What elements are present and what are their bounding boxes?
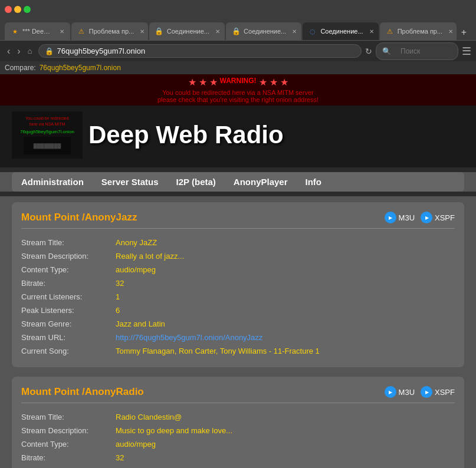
forward-button[interactable]: › (15, 45, 22, 58)
logo-image: ▓▓▓▓▓▓▓▓ (24, 137, 71, 154)
field-label: Current Listeners: (21, 292, 116, 301)
warning-detail: You could be redirected here via a NSA M… (5, 89, 471, 96)
mount-card-anony-radio: Mount Point /AnonyRadio M3U XSPF Stream … (12, 377, 464, 468)
field-label: Bitrate: (21, 453, 116, 462)
field-label: Stream Genre: (21, 319, 116, 328)
field-label: Stream Title: (21, 413, 116, 421)
star-icon-1: ★ (188, 77, 196, 88)
title-bar (0, 0, 476, 19)
anony-radio-stream-info: Stream Title: Radio Clandestin@ Stream D… (21, 410, 455, 468)
table-row: Bitrate: 32 (21, 451, 455, 464)
tab-1-label: *** Deep ... (22, 28, 54, 35)
tab-3-close[interactable]: ✕ (215, 28, 220, 35)
field-label: Stream Description: (21, 426, 116, 435)
home-button[interactable]: ⌂ (25, 45, 35, 57)
field-value: Tommy Flanagan, Ron Carter, Tony William… (116, 347, 320, 355)
anony-radio-xspf-link[interactable]: XSPF (421, 386, 455, 398)
back-button[interactable]: ‹ (5, 45, 12, 58)
anony-radio-m3u-label: M3U (399, 388, 415, 397)
tab-4[interactable]: 🔒 Соединение... ✕ (226, 22, 301, 40)
tab-6-label: Проблема пр... (398, 28, 442, 35)
tab-5-close[interactable]: ✕ (369, 28, 374, 35)
tab-2-close[interactable]: ✕ (140, 28, 145, 35)
star-icon-4: ★ (259, 77, 267, 88)
tab-4-close[interactable]: ✕ (292, 28, 297, 35)
sidebar-item-i2p-beta[interactable]: I2P (beta) (176, 177, 216, 187)
compare-link[interactable]: 76qugh5bey5gum7l.onion (40, 64, 121, 72)
tab-1-close[interactable]: ✕ (60, 28, 64, 35)
nav-inner: Administration Server Status I2P (beta) … (12, 172, 464, 192)
minimize-window-btn[interactable] (14, 6, 21, 13)
field-value: Really a lot of jazz... (116, 252, 184, 261)
table-row: Current Listeners: 1 (21, 464, 455, 468)
site-title: Deep Web Radio (83, 121, 284, 149)
mount-anony-jazz-links: M3U XSPF (385, 212, 455, 223)
sidebar-item-server-status[interactable]: Server Status (101, 177, 159, 187)
field-label: Content Type: (21, 265, 116, 274)
tab-5-label: Соединение... (320, 28, 363, 35)
table-row: Content Type: audio/mpeg (21, 437, 455, 451)
field-value: 32 (116, 279, 124, 288)
anony-radio-xspf-play-icon (421, 386, 432, 398)
warning-bar: ★ ★ ★ WARNING! ★ ★ ★ You could be redire… (0, 74, 476, 106)
field-value: audio/mpeg (116, 265, 156, 274)
new-tab-button[interactable]: + (457, 25, 471, 40)
anony-jazz-m3u-link[interactable]: M3U (385, 212, 415, 223)
tab-1[interactable]: ★ *** Deep ... ✕ (5, 22, 70, 40)
sidebar-item-administration[interactable]: Administration (21, 177, 84, 187)
warning-text: WARNING! (220, 77, 257, 88)
site-logo: You could be redirected here via NSA MIT… (12, 111, 83, 159)
close-window-btn[interactable] (5, 6, 12, 13)
tab-4-favicon: 🔒 (232, 27, 240, 35)
anony-jazz-xspf-play-icon (421, 212, 432, 223)
mount-anony-radio-title: Mount Point /AnonyRadio (21, 386, 144, 398)
header-banner: You could be redirected here via NSA MIT… (0, 106, 476, 167)
tab-6-favicon: ⚠ (386, 27, 394, 35)
logo-address: 76qugh5bey5gum7l.onion (20, 129, 74, 134)
field-value: audio/mpeg (116, 440, 156, 449)
anony-radio-m3u-link[interactable]: M3U (385, 386, 415, 398)
field-value: 1 (116, 292, 120, 301)
sidebar-item-info[interactable]: Info (306, 177, 322, 187)
table-row: Stream Description: Music to go deep and… (21, 424, 455, 437)
anony-jazz-stream-info: Stream Title: Anony JaZZ Stream Descript… (21, 236, 455, 358)
tab-6[interactable]: ⚠ Проблема пр... ✕ (380, 22, 457, 40)
field-label: Stream Title: (21, 238, 116, 247)
compare-label: Compare: (5, 64, 36, 72)
sidebar-item-anony-player[interactable]: AnonyPlayer (234, 177, 288, 187)
stream-url-link[interactable]: http://76qugh5bey5gum7l.onion/AnonyJazz (116, 333, 262, 342)
tab-2-label: Проблема пр... (89, 28, 134, 35)
field-label: Peak Listeners: (21, 306, 116, 315)
anony-jazz-m3u-label: M3U (399, 213, 415, 222)
search-input[interactable] (395, 45, 454, 58)
search-icon: 🔍 (382, 47, 391, 55)
tab-2[interactable]: ⚠ Проблема пр... ✕ (71, 22, 148, 40)
field-label: Content Type: (21, 440, 116, 449)
ssl-icon: 🔒 (45, 47, 54, 55)
field-value: 6 (116, 306, 120, 315)
table-row: Peak Listeners: 6 (21, 304, 455, 317)
star-icon-5: ★ (270, 77, 278, 88)
maximize-window-btn[interactable] (24, 6, 31, 13)
table-row: Current Listeners: 1 (21, 290, 455, 304)
table-row: Stream URL: http://76qugh5bey5gum7l.onio… (21, 331, 455, 344)
tab-1-favicon: ★ (11, 27, 19, 35)
table-row: Stream Description: Really a lot of jazz… (21, 249, 455, 263)
browser-menu-button[interactable]: ☰ (462, 45, 471, 58)
field-label: Stream URL: (21, 333, 116, 342)
page-content: Compare: 76qugh5bey5gum7l.onion ★ ★ ★ WA… (0, 61, 476, 468)
tab-6-close[interactable]: ✕ (448, 28, 453, 35)
reload-button[interactable]: ↻ (365, 47, 372, 56)
warning-check: please check that you're visiting the ri… (5, 96, 471, 103)
tab-5[interactable]: ◌ Соединение... ✕ (303, 22, 378, 40)
anony-jazz-xspf-link[interactable]: XSPF (421, 212, 455, 223)
tab-3[interactable]: 🔒 Соединение... ✕ (149, 22, 225, 40)
url-display[interactable]: 76qugh5bey5gum7l.onion (57, 47, 355, 55)
table-row: Current Song: Tommy Flanagan, Ron Carter… (21, 344, 455, 358)
table-row: Stream Title: Anony JaZZ (21, 236, 455, 249)
table-row: Stream Title: Radio Clandestin@ (21, 410, 455, 424)
tab-3-label: Соединение... (167, 28, 209, 35)
star-icon-6: ★ (280, 77, 288, 88)
field-label: Stream Description: (21, 252, 116, 261)
star-icon-3: ★ (209, 77, 218, 88)
